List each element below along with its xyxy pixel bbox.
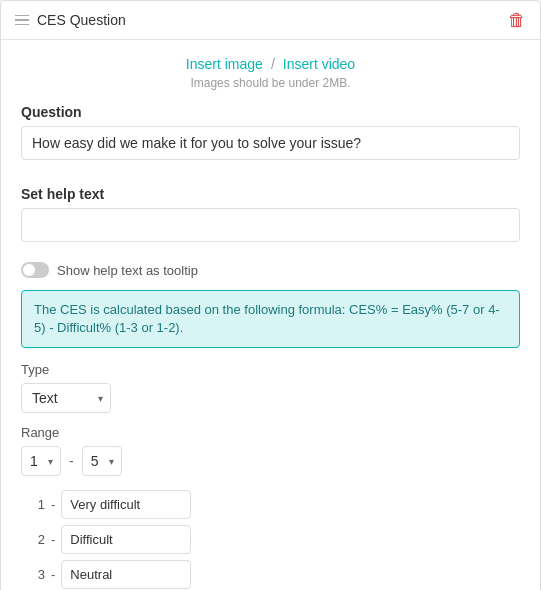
delete-icon[interactable]: 🗑	[508, 11, 526, 29]
question-group: Question	[21, 104, 520, 174]
label-num: 3	[21, 567, 45, 582]
label-rows: 1 - 2 - 3 - 4 - 5 -	[21, 490, 520, 590]
help-text-label: Set help text	[21, 186, 520, 202]
media-note: Images should be under 2MB.	[21, 76, 520, 90]
ces-question-panel: CES Question 🗑 Insert image / Insert vid…	[0, 0, 541, 590]
panel-header: CES Question 🗑	[1, 1, 540, 40]
range-from-wrapper: 1 2 3 ▾	[21, 446, 61, 476]
label-dash: -	[51, 567, 55, 582]
range-row: 1 2 3 ▾ - 3 4 5 6 7 ▾	[21, 446, 520, 476]
range-separator: -	[69, 453, 74, 469]
type-select[interactable]: Text Number Emoji	[21, 383, 111, 413]
insert-image-link[interactable]: Insert image	[186, 56, 263, 72]
info-box: The CES is calculated based on the follo…	[21, 290, 520, 348]
media-row: Insert image / Insert video	[21, 56, 520, 72]
label-num: 1	[21, 497, 45, 512]
tooltip-toggle-row: Show help text as tooltip	[21, 262, 520, 278]
range-to-wrapper: 3 4 5 6 7 ▾	[82, 446, 122, 476]
label-num: 2	[21, 532, 45, 547]
panel-title: CES Question	[37, 12, 126, 28]
label-row: 2 -	[21, 525, 520, 554]
label-dash: -	[51, 532, 55, 547]
type-label: Type	[21, 362, 520, 377]
label-input[interactable]	[61, 490, 191, 519]
drag-handle-icon[interactable]	[15, 15, 29, 26]
label-row: 3 -	[21, 560, 520, 589]
range-from-select[interactable]: 1 2 3	[21, 446, 61, 476]
media-separator: /	[271, 56, 275, 72]
help-text-input[interactable]	[21, 208, 520, 242]
insert-video-link[interactable]: Insert video	[283, 56, 355, 72]
label-dash: -	[51, 497, 55, 512]
panel-body: Insert image / Insert video Images shoul…	[1, 40, 540, 590]
type-group: Type Text Number Emoji ▾	[21, 362, 520, 413]
tooltip-toggle[interactable]	[21, 262, 49, 278]
type-select-wrapper: Text Number Emoji ▾	[21, 383, 111, 413]
range-to-select[interactable]: 3 4 5 6 7	[82, 446, 122, 476]
range-label: Range	[21, 425, 520, 440]
panel-header-left: CES Question	[15, 12, 126, 28]
help-text-group: Set help text	[21, 186, 520, 250]
question-input[interactable]	[21, 126, 520, 160]
question-label: Question	[21, 104, 520, 120]
label-input[interactable]	[61, 560, 191, 589]
range-group: Range 1 2 3 ▾ - 3 4 5 6	[21, 425, 520, 476]
tooltip-label: Show help text as tooltip	[57, 263, 198, 278]
label-input[interactable]	[61, 525, 191, 554]
label-row: 1 -	[21, 490, 520, 519]
